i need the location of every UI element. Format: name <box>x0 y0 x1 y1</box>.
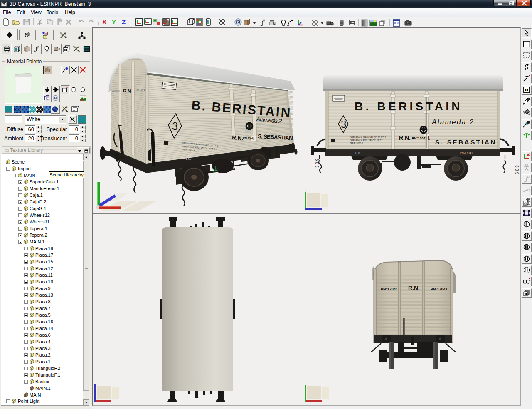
svg-text:R.N: R.N <box>123 88 131 94</box>
svg-text:CARGA MAX. GRAN VELOC. 10.2 T.: CARGA MAX. GRAN VELOC. 10.2 T. S. <box>350 136 387 139</box>
svg-text:I.: I. <box>428 135 431 141</box>
svg-text:PN·17041: PN·17041 <box>431 287 448 291</box>
svg-text:PN°17041: PN°17041 <box>381 287 398 291</box>
svg-text:3: 3 <box>172 120 179 133</box>
svg-text:3 0 9: 3 0 9 <box>515 165 519 175</box>
svg-text:R.N.: R.N. <box>408 285 420 291</box>
svg-text:B. BERISTAIN: B. BERISTAIN <box>355 100 462 113</box>
svg-text:R.N.: R.N. <box>232 134 244 141</box>
svg-text:PN-17041: PN-17041 <box>460 151 473 154</box>
svg-text:FHP 1X-1: FHP 1X-1 <box>136 89 145 91</box>
svg-text:3 0 9: 3 0 9 <box>315 158 320 168</box>
svg-text:Alameda 2: Alameda 2 <box>431 118 474 126</box>
svg-text:TARA 10800 K.: TARA 10800 K. <box>350 142 364 144</box>
svg-text:PN 1X41: PN 1X41 <box>243 136 254 140</box>
svg-text:ESRNPR: ESRNPR <box>112 90 120 92</box>
svg-text:CARGA MAX. PEQ. VELOC. 12.7 T.: CARGA MAX. PEQ. VELOC. 12.7 T. L. <box>350 139 385 141</box>
svg-text:3: 3 <box>341 119 346 130</box>
svg-text:R.N.: R.N. <box>355 151 361 154</box>
svg-text:R.N.: R.N. <box>399 134 411 141</box>
svg-text:PN°17041: PN°17041 <box>412 136 427 140</box>
svg-text:S. SEBASTIAN: S. SEBASTIAN <box>435 139 496 146</box>
svg-text:R.N.: R.N. <box>185 157 192 161</box>
